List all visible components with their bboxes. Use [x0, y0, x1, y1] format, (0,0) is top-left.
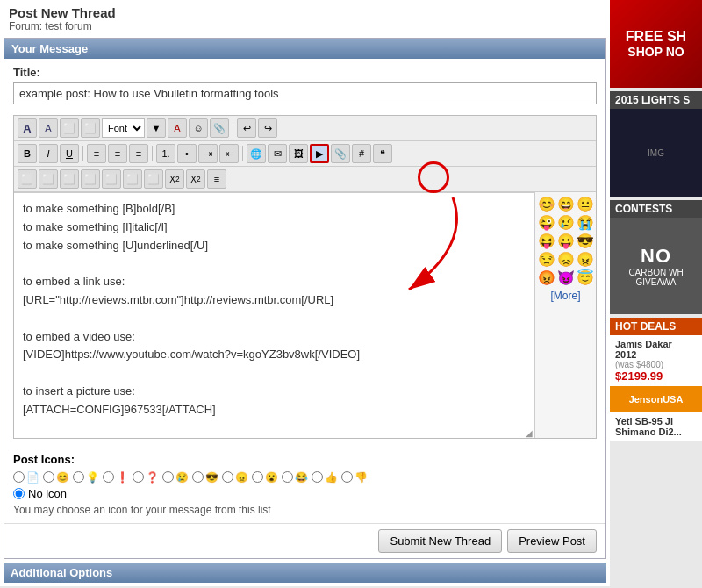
- color-btn[interactable]: A: [168, 118, 187, 138]
- icon-option-10[interactable]: 😂: [282, 471, 308, 484]
- emoji-12[interactable]: 😠: [577, 251, 594, 268]
- toolbar-btn4[interactable]: ⬜: [81, 118, 100, 138]
- emoji-btn[interactable]: ☺: [189, 118, 208, 138]
- deal1-price: $2199.99: [615, 369, 697, 383]
- emoji-8[interactable]: 😛: [557, 233, 575, 249]
- emoji-6[interactable]: 😭: [577, 214, 594, 231]
- emoji-15[interactable]: 😇: [577, 269, 594, 286]
- outdent-btn[interactable]: ⇤: [219, 144, 239, 163]
- deal1-was: (was $4800): [615, 360, 697, 369]
- media-btn[interactable]: ▶: [310, 144, 329, 163]
- emoji-5[interactable]: 😢: [557, 214, 575, 231]
- deal-logo-text: JensonUSA: [629, 394, 684, 405]
- no-icon-radio[interactable]: [13, 488, 25, 499]
- superscript-btn[interactable]: X2: [186, 169, 205, 189]
- font-select[interactable]: Font: [102, 118, 145, 138]
- icon-option-3[interactable]: 💡: [73, 471, 99, 484]
- sidebar-hot-deals: HOT DEALS Jamis Dakar 2012 (was $4800) $…: [610, 318, 702, 441]
- tb3-btn6[interactable]: ⬜: [123, 169, 142, 189]
- undo-btn[interactable]: ↩: [237, 118, 256, 138]
- ordered-list-btn[interactable]: 1.: [156, 144, 176, 163]
- font-size-btn1[interactable]: A: [18, 118, 37, 138]
- deal2[interactable]: Yeti SB-95 Ji Shimano Di2...: [610, 412, 702, 441]
- attach-btn[interactable]: 📎: [331, 144, 350, 163]
- toolbar-row3: ⬜ ⬜ ⬜ ⬜ ⬜ ⬜ ⬜ X2 X2 ≡: [14, 167, 596, 192]
- bold-btn[interactable]: B: [18, 144, 37, 163]
- additional-options: Additional Options: [4, 563, 606, 583]
- align-right-btn[interactable]: ≡: [129, 144, 148, 163]
- tb3-btn4[interactable]: ⬜: [81, 169, 100, 189]
- icon-option-1[interactable]: 📄: [13, 471, 39, 484]
- deal1-name: Jamis Dakar: [615, 339, 697, 349]
- tb3-btn7[interactable]: ⬜: [144, 169, 163, 189]
- emoji-13[interactable]: 😡: [538, 269, 555, 286]
- underline-btn[interactable]: U: [60, 144, 79, 163]
- emoji-10[interactable]: 😒: [538, 251, 555, 268]
- title-label: Title:: [13, 66, 597, 79]
- emoji-2[interactable]: 😄: [557, 196, 575, 212]
- emoji-1[interactable]: 😊: [538, 196, 555, 212]
- font-dropdown-btn[interactable]: ▼: [147, 118, 166, 138]
- contests-desc: CARBON WH GIVEAWA: [613, 268, 698, 287]
- editor-line9: [VIDEO]https://www.youtube.com/watch?v=k…: [23, 346, 526, 364]
- icon-option-5[interactable]: ❓: [133, 471, 159, 484]
- sidebar-section2-title: 2015 LIGHTS S: [610, 91, 702, 109]
- unordered-list-btn[interactable]: •: [177, 144, 197, 163]
- emoji-14[interactable]: 😈: [557, 269, 575, 286]
- deal-logo[interactable]: JensonUSA: [610, 386, 702, 412]
- resize-handle[interactable]: ◢: [14, 427, 534, 438]
- emoji-9[interactable]: 😎: [577, 233, 594, 249]
- code-btn[interactable]: #: [352, 144, 371, 163]
- subscript-btn[interactable]: X2: [165, 169, 184, 189]
- editor-line11: to insert a picture use:: [23, 383, 526, 401]
- no-icon-option[interactable]: No icon: [13, 487, 597, 500]
- font-size-btn2[interactable]: A: [39, 118, 58, 138]
- title-input[interactable]: [13, 82, 597, 104]
- link-btn[interactable]: 🌐: [247, 144, 266, 163]
- your-message-header: Your Message: [4, 39, 605, 59]
- align-left-btn[interactable]: ≡: [87, 144, 106, 163]
- icon-option-11[interactable]: 👍: [312, 471, 338, 484]
- toolbar-btn3[interactable]: ⬜: [60, 118, 79, 138]
- tb3-btn2[interactable]: ⬜: [39, 169, 58, 189]
- tb3-btn1[interactable]: ⬜: [18, 169, 37, 189]
- contests-sub: NO CARBON WH GIVEAWA: [610, 241, 702, 290]
- emoji-7[interactable]: 😝: [538, 233, 555, 249]
- emoji-4[interactable]: 😜: [538, 214, 555, 231]
- emoji-11[interactable]: 😞: [557, 251, 575, 268]
- icon-option-6[interactable]: 😢: [162, 471, 189, 484]
- editor-body[interactable]: to make something [B]bold[/B] to make so…: [14, 192, 534, 427]
- sidebar-ad1[interactable]: FREE SH SHOP NO: [610, 0, 702, 88]
- icon-option-12[interactable]: 👎: [341, 471, 368, 484]
- more-emoji-link[interactable]: [More]: [550, 290, 580, 302]
- tb3-btn5[interactable]: ⬜: [102, 169, 121, 189]
- separator1: [233, 120, 233, 136]
- sidebar-contests[interactable]: CONTESTS NO CARBON WH GIVEAWA: [610, 200, 702, 314]
- ad1-line1: FREE SH: [615, 29, 697, 45]
- icon-option-8[interactable]: 😠: [222, 471, 248, 484]
- email-btn[interactable]: ✉: [268, 144, 287, 163]
- deal2-name: Yeti SB-95 Ji Shimano Di2...: [615, 416, 697, 437]
- emoji-side-panel: 😊 😄 😐 😜 😢 😭 😝 😛 😎 😒 😞 😠 😡 😈: [534, 192, 596, 438]
- redo-btn[interactable]: ↪: [258, 118, 277, 138]
- quote-btn[interactable]: ❝: [373, 144, 392, 163]
- format-btn[interactable]: ≡: [207, 169, 226, 189]
- toolbar-row2: B I U ≡ ≡ ≡ 1. • ⇥ ⇤ 🌐 ✉ 🖼 ▶ 📎 # ❝: [14, 141, 596, 167]
- emoji-3[interactable]: 😐: [577, 196, 594, 212]
- contests-brand: NO: [613, 245, 698, 268]
- sidebar-ad2[interactable]: 2015 LIGHTS S IMG: [610, 91, 702, 197]
- italic-btn[interactable]: I: [39, 144, 58, 163]
- deal1[interactable]: Jamis Dakar 2012 (was $4800) $2199.99: [610, 335, 702, 386]
- icon-option-2[interactable]: 😊: [43, 471, 69, 484]
- icon-option-9[interactable]: 😮: [252, 471, 278, 484]
- indent-btn[interactable]: ⇥: [198, 144, 218, 163]
- submit-button[interactable]: Submit New Thread: [378, 529, 502, 553]
- preview-button[interactable]: Preview Post: [507, 529, 597, 553]
- icon-option-7[interactable]: 😎: [192, 471, 218, 484]
- align-center-btn[interactable]: ≡: [108, 144, 127, 163]
- toolbar-btn8[interactable]: 📎: [210, 118, 229, 138]
- icon-option-4[interactable]: ❗: [103, 471, 129, 484]
- editor-line10: [23, 364, 526, 383]
- tb3-btn3[interactable]: ⬜: [60, 169, 79, 189]
- image-btn[interactable]: 🖼: [289, 144, 308, 163]
